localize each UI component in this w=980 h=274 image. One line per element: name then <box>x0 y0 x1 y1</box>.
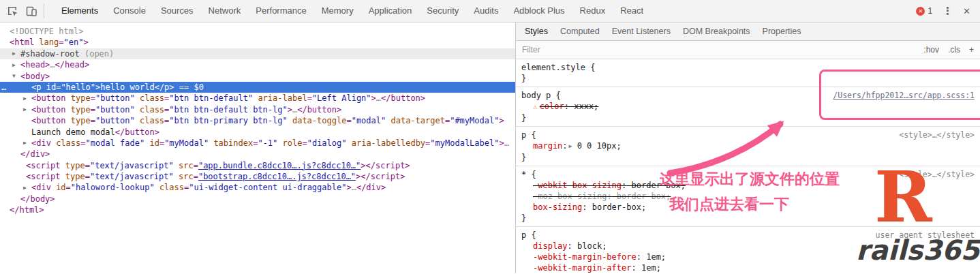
rule-close-brace: } <box>521 73 975 84</box>
toolbar-icon-group <box>0 3 44 18</box>
disclosure-closed-icon[interactable]: ▶ <box>23 104 31 115</box>
dom-tree-line[interactable]: </body> <box>0 194 515 204</box>
rails365-logo-icon: R <box>874 162 932 232</box>
dom-tree-line[interactable]: <script type="text/javascript" src="app.… <box>0 160 515 171</box>
device-toolbar-icon[interactable] <box>24 3 39 18</box>
filter-button-hov[interactable]: :hov <box>923 45 939 55</box>
rule-close-brace: } <box>521 112 975 123</box>
disclosure-closed-icon[interactable]: ▶ <box>23 183 31 194</box>
sidebar-tab-dom-breakpoints[interactable]: DOM Breakpoints <box>677 22 756 40</box>
dom-tree-line[interactable]: </html> <box>0 204 515 215</box>
devtools-toolbar: ElementsConsoleSourcesNetworkPerformance… <box>0 0 980 22</box>
dom-tree-line[interactable]: ▼<body> <box>0 71 515 82</box>
css-property[interactable]: margin:▶ 0 0 10px; <box>521 140 975 152</box>
elements-panel: <!DOCTYPE html><html lang="en">▶#shadow-… <box>0 22 516 273</box>
dom-tree-line[interactable]: ▶<button type="button" class="btn btn-de… <box>0 93 515 104</box>
disclosure-closed-icon[interactable]: ▶ <box>12 60 20 71</box>
toolbar-tab-sources[interactable]: Sources <box>153 0 201 22</box>
toolbar-right-group: ✕ 1 ⋮ ✕ <box>916 5 980 17</box>
toolbar-tab-elements[interactable]: Elements <box>54 0 106 22</box>
devtools-body: <!DOCTYPE html><html lang="en">▶#shadow-… <box>0 22 980 273</box>
dom-tree-line[interactable]: ▶#shadow-root (open) <box>0 48 515 59</box>
styles-tab-strip: StylesComputedEvent ListenersDOM Breakpo… <box>516 22 980 41</box>
disclosure-closed-icon[interactable]: ▶ <box>12 48 20 59</box>
toolbar-tab-application[interactable]: Application <box>361 0 420 22</box>
disclosure-closed-icon[interactable]: ▶ <box>23 138 31 149</box>
toolbar-tab-memory[interactable]: Memory <box>314 0 361 22</box>
toolbar-tab-audits[interactable]: Audits <box>466 0 506 22</box>
toolbar-tab-redux[interactable]: Redux <box>572 0 613 22</box>
toolbar-tab-react[interactable]: React <box>613 0 651 22</box>
dom-tree-line[interactable]: <button type="button" class="btn btn-pri… <box>0 115 515 126</box>
dom-tree-line[interactable]: ▶<div class="modal fade" id="myModal" ta… <box>0 138 515 149</box>
annotation-text-line1: 这里显示出了源文件的位置 <box>660 169 840 189</box>
toolbar-tab-adblock-plus[interactable]: Adblock Plus <box>506 0 572 22</box>
dom-tree-line[interactable]: ▶<div id="haloword-lookup" class="ui-wid… <box>0 182 515 193</box>
disclosure-open-icon[interactable]: ▼ <box>12 71 20 82</box>
dom-tree-line[interactable]: ▶<head>…</head> <box>0 59 515 70</box>
dom-tree-line[interactable]: …<p id="hello">hello world</p> == $0 <box>0 82 515 93</box>
dom-tree-line[interactable]: <html lang="en"> <box>0 37 515 48</box>
dom-tree-line[interactable]: Launch demo modal</button> <box>0 127 515 138</box>
rails365-wordmark: rails365 <box>856 234 979 266</box>
style-rule: /Users/hfpp2012…src/app.scss:1body p {⚠c… <box>516 87 980 127</box>
close-devtools-icon[interactable]: ✕ <box>963 6 970 16</box>
overflow-menu-icon[interactable]: ⋮ <box>943 5 953 17</box>
error-icon: ✕ <box>916 7 925 16</box>
toolbar-tab-performance[interactable]: Performance <box>248 0 313 22</box>
disclosure-closed-icon[interactable]: ▶ <box>23 93 31 104</box>
stylesheet-source: <style>…</style> <box>899 130 975 140</box>
rule-selector[interactable]: element.style { <box>521 62 975 73</box>
dom-tree-line[interactable]: <!DOCTYPE html> <box>0 26 515 37</box>
stylesheet-source-link[interactable]: /Users/hfpp2012…src/app.scss:1 <box>833 90 975 101</box>
dom-tree-line[interactable]: </div> <box>0 149 515 159</box>
css-property[interactable]: ⚠color: xxxx; <box>521 101 975 112</box>
filter-input[interactable] <box>522 45 923 55</box>
toolbar-tab-console[interactable]: Console <box>106 0 153 22</box>
toolbar-tab-strip: ElementsConsoleSourcesNetworkPerformance… <box>54 0 651 22</box>
filter-buttons: :hov.cls+ <box>923 45 974 55</box>
toolbar-tab-network[interactable]: Network <box>201 0 249 22</box>
toolbar-tab-security[interactable]: Security <box>419 0 466 22</box>
style-rule: element.style {} <box>516 59 980 87</box>
annotation-text-line2: 我们点进去看一下 <box>669 194 789 215</box>
dom-tree-line[interactable]: <script type="text/javascript" src="boot… <box>0 171 515 182</box>
dom-tree: <!DOCTYPE html><html lang="en">▶#shadow-… <box>0 26 515 216</box>
selected-row-gutter: … <box>1 82 7 93</box>
sidebar-tab-styles[interactable]: Styles <box>519 22 554 40</box>
filter-button-add[interactable]: + <box>969 45 974 55</box>
error-count-badge[interactable]: ✕ 1 <box>916 6 932 16</box>
sidebar-tab-properties[interactable]: Properties <box>756 22 808 40</box>
toolbar-separator <box>44 3 44 18</box>
sidebar-tab-computed[interactable]: Computed <box>554 22 606 40</box>
warning-icon: ⚠ <box>533 102 538 111</box>
sidebar-tab-event-listeners[interactable]: Event Listeners <box>606 22 677 40</box>
error-count: 1 <box>928 6 932 16</box>
styles-filter-bar: :hov.cls+ <box>516 41 980 59</box>
filter-button-cls[interactable]: .cls <box>948 45 960 55</box>
dom-tree-line[interactable]: ▶<button type="button" class="btn btn-de… <box>0 104 515 115</box>
inspect-element-icon[interactable] <box>5 3 20 18</box>
